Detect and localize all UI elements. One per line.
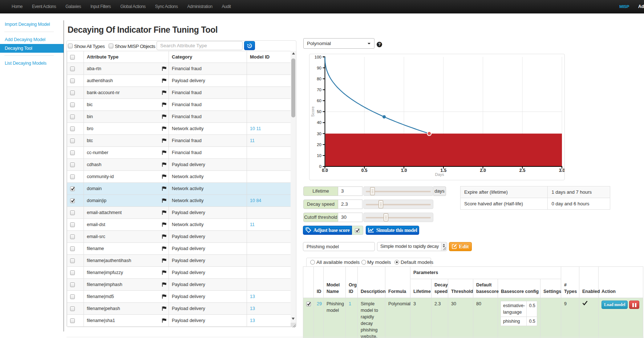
svg-text:70: 70 <box>317 88 321 92</box>
svg-text:0.5: 0.5 <box>361 168 368 173</box>
svg-text:0.0: 0.0 <box>322 168 328 173</box>
svg-text:3.0: 3.0 <box>559 168 564 173</box>
svg-text:100: 100 <box>315 55 321 59</box>
svg-text:0: 0 <box>319 164 321 169</box>
svg-text:90: 90 <box>317 66 321 70</box>
svg-text:10: 10 <box>317 153 321 158</box>
svg-text:50: 50 <box>317 109 321 114</box>
svg-text:2.0: 2.0 <box>480 168 486 173</box>
svg-text:80: 80 <box>317 77 321 81</box>
svg-text:Score: Score <box>311 106 315 117</box>
svg-text:60: 60 <box>317 98 321 103</box>
svg-text:20: 20 <box>317 142 321 147</box>
svg-text:30: 30 <box>317 132 321 136</box>
svg-text:2.5: 2.5 <box>519 168 526 173</box>
svg-text:40: 40 <box>317 120 321 125</box>
svg-text:Days: Days <box>435 172 444 177</box>
svg-text:1.0: 1.0 <box>401 168 407 173</box>
